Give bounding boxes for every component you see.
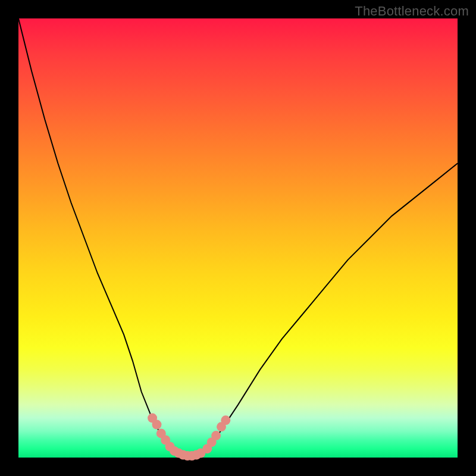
outer-frame: TheBottleneck.com [0,0,476,476]
marker-dot [152,420,162,430]
marker-dot [211,431,221,440]
plot-area [18,18,458,458]
curve-left-curve [18,18,177,453]
curve-group [18,18,458,458]
watermark-text: TheBottleneck.com [355,4,469,19]
chart-svg [18,18,458,458]
marker-dot [221,415,230,425]
curve-right-curve [203,164,458,453]
marker-group [148,414,230,461]
